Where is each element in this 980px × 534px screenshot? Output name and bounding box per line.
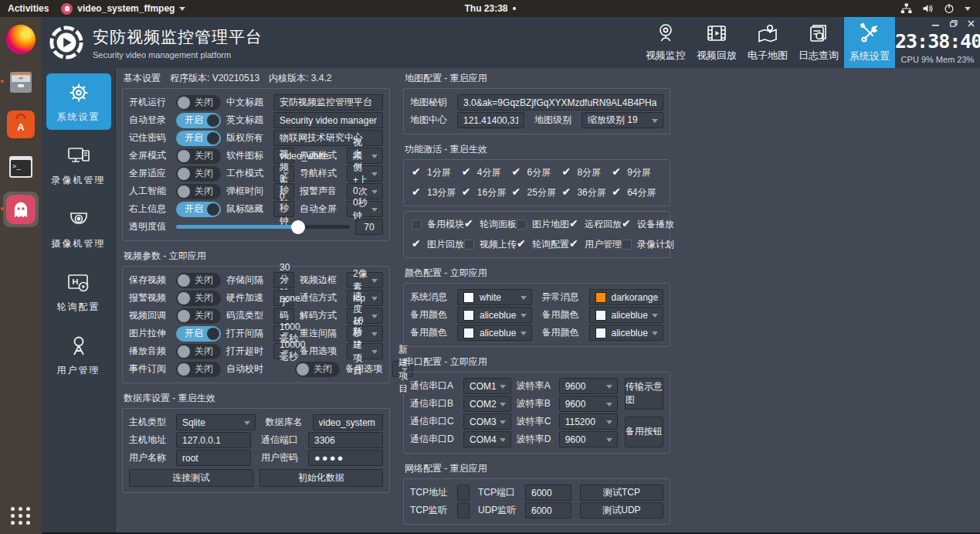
video-border-select[interactable]: 2像素	[347, 272, 383, 288]
minimize-icon[interactable]	[932, 20, 940, 27]
checkbox-module[interactable]: 录像计划	[622, 238, 674, 251]
serial-port-d-select[interactable]: COM4	[463, 431, 511, 447]
toggle-ai[interactable]: 关闭	[176, 184, 221, 199]
nav-video-monitor[interactable]: 视频监控	[640, 17, 691, 68]
auto-fullscreen-select[interactable]: 0秒钟	[347, 201, 383, 217]
toggle-event-subscribe[interactable]: 关闭	[176, 362, 221, 377]
tcp-addr-input[interactable]	[457, 485, 470, 501]
tcp-port-input[interactable]	[525, 485, 571, 501]
map-level-select[interactable]: 缩放级别 19	[582, 112, 663, 128]
open-timeout-select[interactable]: 10000毫秒	[273, 343, 294, 359]
baud-a-select[interactable]: 9600	[559, 378, 618, 394]
checkbox-screen[interactable]: 4分屏	[462, 166, 512, 179]
serial-port-c-select[interactable]: COM3	[463, 413, 511, 430]
db-name-input[interactable]	[313, 414, 384, 430]
sidebar-item-poll-config[interactable]: 轮询配置	[46, 264, 111, 320]
dock-terminal[interactable]: >_	[3, 149, 39, 185]
checkbox-module[interactable]: 设备播放	[622, 218, 674, 231]
checkbox-screen[interactable]: 25分屏	[512, 186, 562, 199]
opacity-slider[interactable]	[176, 219, 350, 235]
error-msg-color-select[interactable]: darkorange	[589, 289, 664, 305]
toggle-play-audio[interactable]: 关闭	[176, 344, 221, 359]
checkbox-screen[interactable]: 6分屏	[512, 166, 562, 179]
init-data-button[interactable]: 初始化数据	[259, 469, 384, 487]
sidebar-item-system-settings[interactable]: 系统设置	[46, 73, 111, 130]
spare-color-select[interactable]: aliceblue	[589, 325, 664, 341]
toggle-autostart[interactable]: 关闭	[176, 95, 221, 111]
baud-b-select[interactable]: 9600	[559, 396, 618, 412]
checkbox-module[interactable]: 用户管理	[569, 238, 622, 251]
checkbox-module[interactable]: 轮询面板	[464, 218, 517, 231]
checkbox-screen[interactable]: 13分屏	[412, 186, 462, 199]
toggle-autologin[interactable]: 开启	[176, 113, 221, 128]
checkbox-module[interactable]: 远程回放	[569, 218, 622, 231]
close-icon[interactable]	[968, 20, 975, 27]
db-user-input[interactable]	[176, 450, 251, 466]
app-menu[interactable]: video_system_ffmpeg	[61, 3, 185, 15]
checkbox-module[interactable]: 图片回放	[412, 238, 464, 251]
checkbox-module[interactable]: 轮询配置	[517, 238, 569, 251]
serial-port-b-select[interactable]: COM2	[463, 396, 511, 412]
map-center-input[interactable]	[457, 112, 524, 128]
nav-style-select[interactable]: 上侧+上侧	[347, 165, 383, 182]
checkbox-module[interactable]: 图片地图	[517, 218, 569, 231]
slider-knob[interactable]	[291, 220, 305, 234]
spare-color-select[interactable]: aliceblue	[457, 307, 532, 323]
baud-c-select[interactable]: 115200	[559, 413, 618, 430]
toggle-save-video[interactable]: 关闭	[176, 273, 221, 288]
toggle-image-stretch[interactable]: 开启	[176, 326, 221, 342]
udp-listen-input[interactable]	[525, 502, 571, 519]
test-udp-button[interactable]: 测试UDP	[580, 502, 663, 519]
toggle-remember-password[interactable]: 开启	[176, 131, 221, 146]
cn-title-input[interactable]	[273, 94, 383, 111]
spare-option-select[interactable]: 新建项目	[347, 343, 383, 359]
toggle-auto-timesync[interactable]: 关闭	[295, 362, 340, 377]
tcp-listen-input[interactable]	[457, 502, 470, 519]
mouse-hide-select[interactable]: 0秒钟	[273, 201, 294, 217]
nav-e-map[interactable]: 电子地图	[742, 17, 793, 68]
sidebar-item-recorder-mgmt[interactable]: 录像机管理	[46, 137, 111, 193]
nav-log-query[interactable]: 日志查询	[793, 17, 844, 68]
toggle-topright-info[interactable]: 开启	[176, 202, 221, 217]
db-password-input[interactable]: ●●●●	[308, 450, 383, 466]
nav-system-settings[interactable]: 系统设置	[844, 17, 895, 68]
transfer-diagram-button[interactable]: 传输示意图	[625, 378, 663, 410]
dock-firefox[interactable]	[3, 22, 39, 57]
checkbox-screen[interactable]: 64分屏	[612, 186, 662, 199]
nav-video-playback[interactable]: 视频回放	[691, 17, 742, 68]
test-tcp-button[interactable]: 测试TCP	[580, 485, 663, 501]
storage-interval-select[interactable]: 30分钟	[273, 272, 294, 288]
checkbox-screen[interactable]: 9分屏	[612, 166, 662, 179]
dock-ubuntu-software[interactable]: A	[3, 107, 39, 142]
checkbox-screen[interactable]: 8分屏	[561, 166, 612, 179]
toggle-fullscreen-fit[interactable]: 关闭	[176, 166, 221, 182]
toggle-video-callback[interactable]: 关闭	[176, 308, 221, 324]
spare-button[interactable]: 备用按钮	[625, 417, 663, 448]
serial-port-a-select[interactable]: COM1	[463, 378, 511, 394]
dock-files[interactable]	[3, 64, 39, 100]
dock-video-system-app[interactable]	[3, 192, 39, 227]
activities-button[interactable]: Activities	[8, 3, 49, 14]
restore-icon[interactable]	[950, 20, 958, 27]
db-port-input[interactable]	[308, 432, 383, 448]
en-title-input[interactable]	[273, 112, 383, 128]
sidebar-item-user-mgmt[interactable]: 用户管理	[46, 327, 111, 383]
system-msg-color-select[interactable]: white	[457, 289, 532, 305]
toggle-alarm-video[interactable]: 关闭	[176, 291, 221, 306]
baud-d-select[interactable]: 9600	[559, 431, 618, 447]
checkbox-module[interactable]: 视频上传	[464, 238, 517, 251]
checkbox-screen[interactable]: 36分屏	[561, 186, 612, 199]
system-status-area[interactable]	[900, 3, 980, 14]
toggle-fullscreen-mode[interactable]: 关闭	[176, 148, 221, 164]
checkbox-module[interactable]: 备用模块	[412, 218, 464, 231]
connect-test-button[interactable]: 连接测试	[129, 469, 253, 487]
spare-color-select[interactable]: aliceblue	[589, 307, 664, 323]
show-apps-button[interactable]	[11, 507, 31, 525]
db-host-input[interactable]	[176, 432, 251, 448]
sidebar-item-camera-mgmt[interactable]: 摄像机管理	[46, 200, 111, 257]
spare-color-select[interactable]: aliceblue	[457, 325, 532, 341]
checkbox-screen[interactable]: 1分屏	[412, 166, 462, 179]
checkbox-screen[interactable]: 16分屏	[462, 186, 512, 199]
db-type-select[interactable]: Sqlite	[176, 414, 256, 430]
topbar-clock[interactable]: Thu 23:38	[464, 3, 515, 14]
